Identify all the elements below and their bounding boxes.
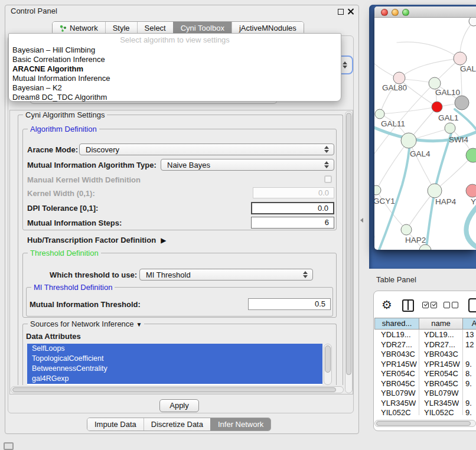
- attribute-list-item[interactable]: SelfLoops: [27, 344, 322, 354]
- popup-prompt: Select algorithm to view settings: [9, 35, 341, 44]
- table-panel-title: Table Panel: [376, 275, 416, 284]
- collapsed-panel-chip[interactable]: [4, 442, 14, 450]
- table-row[interactable]: YER054CYER054C8.: [374, 369, 476, 379]
- tab-cyni-toolbox[interactable]: Cyni Toolbox: [173, 22, 232, 34]
- column-header-partial[interactable]: A: [462, 318, 476, 330]
- hub-definition-toggle[interactable]: Hub/Transcription Factor Definition▶: [27, 236, 166, 244]
- table-cell: YBL079W: [381, 389, 416, 397]
- algorithm-option[interactable]: Basic Correlation Inference: [9, 55, 341, 64]
- kernel-width-field[interactable]: 0.0: [253, 187, 334, 198]
- network-node[interactable]: [469, 18, 476, 26]
- network-node[interactable]: [432, 102, 442, 112]
- manual-kernel-checkbox[interactable]: [324, 175, 332, 183]
- expand-right-icon[interactable]: ▶: [161, 236, 166, 244]
- column-header-shared-name[interactable]: shared...: [374, 318, 419, 330]
- network-node[interactable]: [401, 133, 416, 148]
- network-canvas[interactable]: GALGAL80GAL10GAL1GAL11SWI4GAL4GCY1HAP4YH…: [374, 18, 476, 250]
- sources-toggle[interactable]: Sources for Network Inference▼: [28, 319, 144, 328]
- column-header-name[interactable]: name: [419, 318, 463, 330]
- network-edge[interactable]: [409, 141, 435, 191]
- algorithm-option[interactable]: Bayesian – Hill Climbing: [9, 45, 341, 55]
- algorithm-option[interactable]: Dream8 DC_TDC Algorithm: [9, 93, 341, 102]
- table-row[interactable]: YBL079WYBL079W: [374, 389, 476, 399]
- network-edge[interactable]: [399, 58, 460, 79]
- mi-steps-field[interactable]: 6: [251, 217, 334, 229]
- mi-threshold-field[interactable]: 0.5: [248, 298, 331, 310]
- attribute-list-item[interactable]: TopologicalCoefficient: [27, 354, 322, 364]
- split-collapse-icon[interactable]: [360, 218, 363, 223]
- attribute-list-item[interactable]: gal4RGexp: [27, 374, 322, 384]
- network-edge[interactable]: [466, 206, 476, 248]
- table-row[interactable]: YDL19...YDL19...13: [374, 330, 476, 340]
- attributes-scrollbar[interactable]: [324, 344, 332, 385]
- tab-label: Style: [113, 24, 130, 32]
- network-edge[interactable]: [460, 21, 474, 54]
- scrollbar-thumb[interactable]: [376, 421, 471, 426]
- network-node[interactable]: [429, 77, 441, 89]
- network-node[interactable]: [466, 184, 476, 197]
- scrollbar-thumb[interactable]: [346, 113, 351, 375]
- gear-icon[interactable]: ⚙: [382, 298, 392, 312]
- document-icon[interactable]: [468, 298, 476, 312]
- network-window-titlebar[interactable]: [374, 6, 476, 18]
- tab-infer-network[interactable]: Infer Network: [210, 418, 270, 431]
- table-horizontal-scrollbar[interactable]: [374, 420, 476, 427]
- float-window-icon[interactable]: [338, 9, 344, 15]
- network-edge[interactable]: [397, 42, 460, 58]
- tab-discretize-data[interactable]: Discretize Data: [144, 418, 210, 431]
- checked-checkbox-icon[interactable]: [422, 302, 429, 308]
- table-cell: YLR345W: [424, 399, 459, 407]
- tab-select[interactable]: Select: [137, 22, 173, 34]
- network-node[interactable]: [428, 184, 442, 198]
- tab-jactivemnodules[interactable]: jActiveMNodules: [232, 22, 304, 34]
- table-row[interactable]: YIL052CYIL052C9.: [374, 408, 476, 418]
- apply-button[interactable]: Apply: [159, 399, 199, 412]
- table-cell: YBR043C: [381, 350, 415, 358]
- settings-horizontal-scrollbar[interactable]: [11, 386, 344, 393]
- network-node[interactable]: [374, 185, 381, 195]
- scrollbar-thumb[interactable]: [325, 345, 331, 373]
- network-node-label: GAL10: [435, 88, 460, 97]
- network-node[interactable]: [393, 72, 405, 84]
- tab-style[interactable]: Style: [105, 22, 137, 34]
- unchecked-checkbox-icon[interactable]: [444, 302, 450, 308]
- table-row[interactable]: YBR043CYBR043C: [374, 350, 476, 360]
- tab-network[interactable]: Network: [53, 22, 105, 34]
- mi-type-select[interactable]: Naive Bayes: [161, 159, 334, 171]
- algorithm-option[interactable]: Mutual Information Inference: [9, 74, 341, 83]
- aracne-mode-select[interactable]: Discovery: [79, 144, 334, 155]
- network-node[interactable]: [454, 52, 467, 65]
- tab-impute-data[interactable]: Impute Data: [87, 418, 144, 431]
- network-node[interactable]: [466, 148, 476, 162]
- network-node[interactable]: [375, 109, 384, 119]
- network-node[interactable]: [419, 244, 431, 250]
- zoom-traffic-light-icon[interactable]: [402, 9, 409, 16]
- which-threshold-select[interactable]: MI Threshold: [139, 269, 313, 281]
- close-icon[interactable]: [347, 8, 354, 15]
- minimize-traffic-light-icon[interactable]: [392, 9, 399, 16]
- table-cell: 9.: [465, 399, 472, 407]
- table-cell: YBR045C: [424, 379, 458, 388]
- algorithm-option[interactable]: Bayesian – K2: [9, 83, 341, 93]
- table-row[interactable]: YPR145WYPR145W9.: [374, 360, 476, 370]
- network-edge[interactable]: [380, 107, 437, 114]
- network-edge[interactable]: [435, 155, 473, 191]
- network-node[interactable]: [401, 224, 412, 235]
- table-cell: YBR043C: [424, 350, 458, 358]
- close-traffic-light-icon[interactable]: [381, 9, 388, 16]
- network-node[interactable]: [455, 96, 469, 110]
- collapse-down-icon[interactable]: ▼: [136, 321, 142, 328]
- algorithm-option[interactable]: ARACNE Algorithm: [9, 64, 341, 74]
- unchecked-checkbox-icon[interactable]: [452, 302, 458, 308]
- settings-vertical-scrollbar[interactable]: [345, 111, 353, 393]
- combo-spinner-icon: [324, 146, 329, 153]
- table-row[interactable]: YDR27...YDR27...12: [374, 340, 476, 350]
- table-row[interactable]: YBR045CYBR045C9.: [374, 379, 476, 389]
- column-layout-icon[interactable]: [402, 299, 414, 312]
- scrollbar-thumb[interactable]: [12, 387, 336, 392]
- network-node[interactable]: [445, 123, 455, 133]
- attribute-list-item[interactable]: BetweennessCentrality: [27, 364, 322, 374]
- table-row[interactable]: YLR345WYLR345W9.: [374, 399, 476, 409]
- dpi-tolerance-field[interactable]: 0.0: [251, 202, 334, 214]
- checked-checkbox-icon[interactable]: [431, 302, 437, 308]
